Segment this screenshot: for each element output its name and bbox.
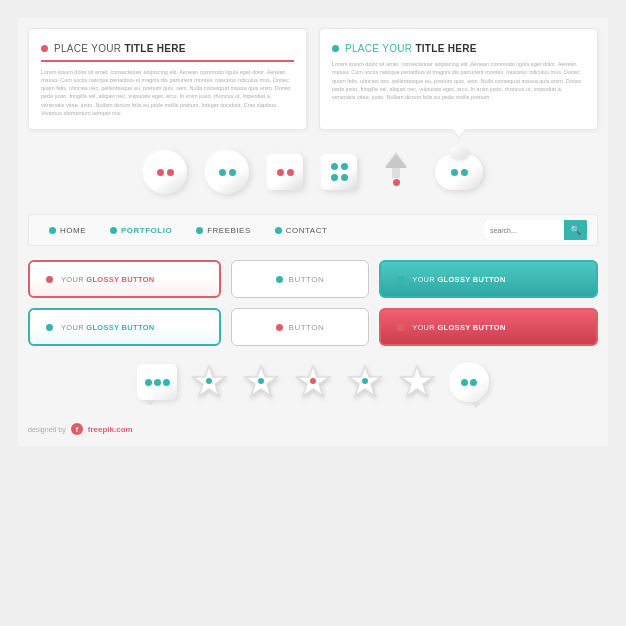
dot-icon [470, 379, 477, 386]
arrow-up-icon [375, 150, 417, 194]
circle-icon-red-dots [143, 150, 187, 194]
freepik-brand-label: freepik.com [88, 425, 133, 434]
dot-icon [331, 174, 338, 181]
nav-portfolio[interactable]: PORTFOLIO [100, 226, 182, 235]
btn-dot-red-icon [276, 324, 283, 331]
btn-label-2: YOUR GLOSSY BUTTON [61, 323, 154, 332]
arrow-dot-icon [393, 179, 400, 186]
card-left: PLACE YOUR TITLE HERE Lorem ipsum dolor … [28, 28, 307, 130]
svg-point-1 [206, 378, 212, 384]
square-icon-teal-dots [321, 154, 357, 190]
btn-dot-teal-icon [276, 276, 283, 283]
search-button[interactable]: 🔍 [564, 220, 587, 240]
dot-icon [461, 169, 468, 176]
btn-dot-sq-icon [397, 276, 404, 283]
dot-icon [331, 163, 338, 170]
cloud-bump [449, 146, 469, 160]
glossy-button-red-filled-1[interactable]: YOUR GLOSSY BUTTON [379, 308, 598, 346]
card-right-body: Lorem ipsum dolor sit amet, consectetuer… [332, 60, 585, 101]
nav-dot-icon [275, 227, 282, 234]
dot-icon [341, 174, 348, 181]
svg-point-7 [362, 378, 368, 384]
star-icon-5 [397, 362, 437, 402]
star-icon-1 [189, 362, 229, 402]
nav-contact[interactable]: CONTACT [265, 226, 338, 235]
dot-teal-icon [332, 45, 339, 52]
plain-button-1[interactable]: BUTTON [231, 260, 369, 298]
btn-dot-red-icon [46, 276, 53, 283]
glossy-button-red-outline-1[interactable]: YOUR GLOSSY BUTTON [28, 260, 221, 298]
nav-dot-icon [49, 227, 56, 234]
btn-label-teal-filled-1: YOUR GLOSSY BUTTON [412, 275, 505, 284]
nav-bar: HOME PORTFOLIO FREEBIES CONTACT 🔍 [28, 214, 598, 246]
square-icon-red-dots [267, 154, 303, 190]
dot-icon [167, 169, 174, 176]
card-right: PLACE YOUR TITLE HERE Lorem ipsum dolor … [319, 28, 598, 130]
card-right-title-row: PLACE YOUR TITLE HERE [332, 43, 585, 54]
top-cards-row: PLACE YOUR TITLE HERE Lorem ipsum dolor … [28, 28, 598, 130]
btn-dot-sq-red-icon [397, 324, 404, 331]
btn-label-red-filled-1: YOUR GLOSSY BUTTON [412, 323, 505, 332]
nav-freebies-label: FREEBIES [207, 226, 251, 235]
icons-row [28, 144, 598, 200]
freepik-logo-icon: f [70, 422, 84, 436]
dot-icon [277, 169, 284, 176]
buttons-row-2: YOUR GLOSSY BUTTON BUTTON YOUR GLOSSY BU… [28, 308, 598, 346]
dot-icon [145, 379, 152, 386]
nav-dot-icon [110, 227, 117, 234]
dot-red-icon [41, 45, 48, 52]
nav-home[interactable]: HOME [39, 226, 96, 235]
plain-btn-label-2: BUTTON [289, 323, 325, 332]
star-icon-4 [345, 362, 385, 402]
card-left-divider [41, 60, 294, 62]
cloud-icon [435, 154, 483, 190]
btn-label-1: YOUR GLOSSY BUTTON [61, 275, 154, 284]
dot-icon [287, 169, 294, 176]
card-right-title: PLACE YOUR TITLE HERE [345, 43, 477, 54]
plain-button-2[interactable]: BUTTON [231, 308, 369, 346]
dot-icon [229, 169, 236, 176]
speech-circle-icon [449, 362, 489, 402]
nav-freebies[interactable]: FREEBIES [186, 226, 261, 235]
main-container: PLACE YOUR TITLE HERE Lorem ipsum dolor … [18, 18, 608, 446]
nav-contact-label: CONTACT [286, 226, 328, 235]
nav-search-bar[interactable]: 🔍 [484, 220, 587, 240]
dot-icon [341, 163, 348, 170]
nav-dot-icon [196, 227, 203, 234]
circle-icon-teal-dots [205, 150, 249, 194]
btn-dot-teal-icon [46, 324, 53, 331]
search-input[interactable] [484, 220, 564, 240]
dot-icon [461, 379, 468, 386]
dot-icon [154, 379, 161, 386]
nav-home-label: HOME [60, 226, 86, 235]
star-icon-3 [293, 362, 333, 402]
footer-designed-by: designed by [28, 426, 66, 433]
plain-btn-label-1: BUTTON [289, 275, 325, 284]
glossy-button-teal-filled-1[interactable]: YOUR GLOSSY BUTTON [379, 260, 598, 298]
card-left-title-row: PLACE YOUR TITLE HERE [41, 43, 294, 54]
dot-icon [157, 169, 164, 176]
speech-square-icon [137, 364, 177, 400]
glossy-button-teal-outline-1[interactable]: YOUR GLOSSY BUTTON [28, 308, 221, 346]
star-icon-2 [241, 362, 281, 402]
card-left-title: PLACE YOUR TITLE HERE [54, 43, 186, 54]
dot-icon [451, 169, 458, 176]
svg-point-3 [258, 378, 264, 384]
svg-marker-8 [401, 366, 433, 396]
footer: designed by f freepik.com [28, 422, 598, 436]
nav-portfolio-label: PORTFOLIO [121, 226, 172, 235]
svg-point-5 [310, 378, 316, 384]
dot-icon [219, 169, 226, 176]
dot-icon [163, 379, 170, 386]
card-left-body: Lorem ipsum dolor sit amet, consectetuer… [41, 68, 294, 118]
buttons-row-1: YOUR GLOSSY BUTTON BUTTON YOUR GLOSSY BU… [28, 260, 598, 298]
bottom-icons-row [28, 356, 598, 408]
